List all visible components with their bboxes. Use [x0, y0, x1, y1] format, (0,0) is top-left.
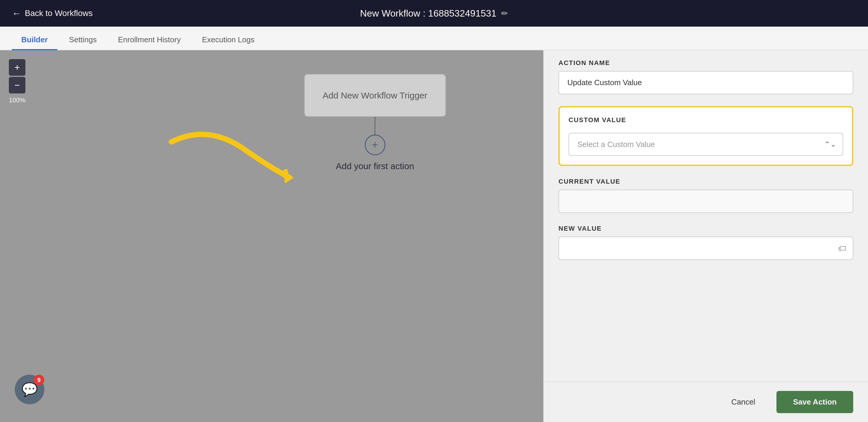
zoom-in-button[interactable]: +	[9, 59, 25, 76]
tab-settings[interactable]: Settings	[60, 30, 106, 50]
back-label: Back to Workflows	[25, 8, 93, 18]
add-action-button[interactable]: +	[365, 135, 385, 155]
workflow-trigger-box[interactable]: Add New Workflow Trigger	[304, 74, 446, 117]
edit-workflow-icon[interactable]: ✏	[501, 8, 508, 18]
custom-value-section: CUSTOM VALUE Select a Custom Value ⌃⌄	[558, 106, 853, 166]
right-panel: Update Custom Value Update a Custom Valu…	[543, 0, 868, 422]
workflow-connector: + Add your first action	[336, 117, 414, 171]
tab-builder[interactable]: Builder	[12, 30, 57, 50]
action-name-label: ACTION NAME	[558, 59, 853, 67]
tab-bar: Builder Settings Enrollment History Exec…	[0, 27, 868, 50]
current-value-field-group: CURRENT VALUE	[558, 178, 853, 213]
workflow-title-text: New Workflow : 1688532491531	[360, 8, 496, 19]
chat-icon: 💬	[22, 382, 38, 397]
save-action-button[interactable]: Save Action	[776, 391, 853, 413]
connector-line	[374, 117, 375, 135]
panel-body: ACTION NAME CUSTOM VALUE Select a Custom…	[544, 44, 868, 382]
custom-value-label: CUSTOM VALUE	[568, 116, 843, 124]
custom-value-select[interactable]: Select a Custom Value	[568, 133, 843, 156]
workflow-title-group: New Workflow : 1688532491531 ✏	[360, 8, 508, 19]
custom-value-field-group: CUSTOM VALUE Select a Custom Value ⌃⌄	[568, 116, 843, 156]
cancel-button[interactable]: Cancel	[717, 391, 769, 413]
custom-value-select-wrapper: Select a Custom Value ⌃⌄	[568, 133, 843, 156]
add-action-label: Add your first action	[336, 161, 414, 171]
zoom-controls: + − 100%	[9, 59, 25, 104]
zoom-level: 100%	[9, 96, 25, 104]
new-value-label: NEW VALUE	[558, 225, 853, 232]
new-value-input[interactable]	[558, 236, 853, 260]
trigger-label: Add New Workflow Trigger	[322, 90, 427, 100]
panel-footer: Cancel Save Action	[544, 382, 868, 422]
current-value-label: CURRENT VALUE	[558, 178, 853, 186]
zoom-out-button[interactable]: −	[9, 77, 25, 93]
current-value-input	[558, 190, 853, 213]
back-to-workflows-link[interactable]: ← Back to Workflows	[12, 8, 93, 19]
top-nav: ← Back to Workflows New Workflow : 16885…	[0, 0, 868, 27]
action-name-field-group: ACTION NAME	[558, 59, 853, 94]
plus-icon: +	[372, 139, 378, 151]
tab-enrollment-history[interactable]: Enrollment History	[109, 30, 190, 50]
new-value-field-group: NEW VALUE 🏷	[558, 225, 853, 260]
back-arrow-icon: ←	[12, 8, 21, 19]
chat-widget[interactable]: 💬 9	[15, 375, 44, 404]
new-value-wrapper: 🏷	[558, 236, 853, 260]
chat-badge: 9	[34, 375, 44, 385]
tab-execution-logs[interactable]: Execution Logs	[192, 30, 264, 50]
action-name-input[interactable]	[558, 71, 853, 94]
